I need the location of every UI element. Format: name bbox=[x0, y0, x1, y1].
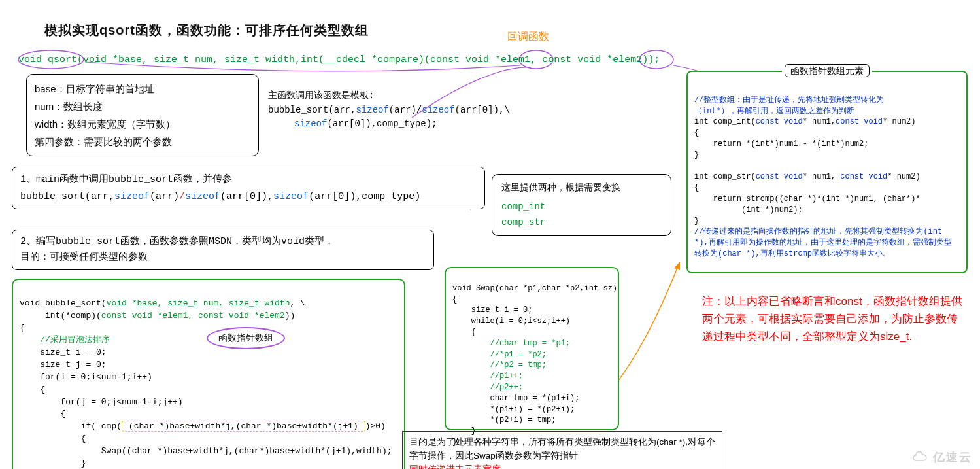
param-num: num：数组长度 bbox=[35, 97, 250, 115]
explain-l2: 同时传递进去元素宽度 bbox=[409, 463, 715, 469]
svg-marker-5 bbox=[674, 262, 680, 270]
step2-box: 2、编写bubble_sort函数，函数参数参照MSDN，类型均为void类型，… bbox=[12, 230, 434, 270]
fn-ptr-array-oval: 函数指针数组 bbox=[207, 327, 285, 349]
cloud-icon bbox=[911, 451, 929, 463]
swap-code: void Swap(char *p1,char *p2,int sz) { si… bbox=[452, 272, 611, 448]
template-call-l2: bubble_sort(arr,sizeof(arr)/sizeof(arr[0… bbox=[268, 103, 510, 118]
subtitle-note: 回调函数 bbox=[507, 30, 549, 44]
watermark: 亿速云 bbox=[911, 449, 972, 465]
step1-box: 1、main函数中调用bubble_sort函数，并传参 bubble_sort… bbox=[12, 167, 485, 209]
page-title: 模拟实现qsort函数，函数功能：可排序任何类型数组 bbox=[44, 22, 369, 39]
template-call-l3: sizeof(arr[0]),comp_type); bbox=[268, 117, 510, 131]
bubble-code: void bubble_sort(void *base, size_t num,… bbox=[20, 285, 397, 469]
comp-callout-l1: 这里提供两种，根据需要变换 bbox=[501, 180, 662, 196]
qsort-signature: void qsort(void *base, size_t num, size_… bbox=[18, 54, 660, 65]
explain-box: 目的是为了处理各种字符串，所有将所有类型强制类型转化为(char *),对每个字… bbox=[402, 431, 722, 469]
fn-ptr-elements-box: 函数指针数组元素 //整型数组：由于是址传递，先将地址强制类型转化为 （int*… bbox=[686, 71, 968, 273]
fn-ptr-code: //整型数组：由于是址传递，先将地址强制类型转化为 （int*），再解引用，返回… bbox=[694, 84, 960, 260]
step1-l1: 1、main函数中调用bubble_sort函数，并传参 bbox=[20, 171, 477, 188]
step2-l1: 2、编写bubble_sort函数，函数参数参照MSDN，类型均为void类型， bbox=[20, 234, 426, 250]
param-base: base：目标字符串的首地址 bbox=[35, 80, 250, 97]
swap-code-box: void Swap(char *p1,char *p2,int sz) { si… bbox=[445, 267, 619, 430]
step1-l2: bubble_sort(arr,sizeof(arr)/sizeof(arr[0… bbox=[20, 188, 477, 205]
step2-l2: 目的：可接受任何类型的参数 bbox=[20, 250, 426, 266]
comp-callout: 这里提供两种，根据需要变换 comp_int comp_str bbox=[492, 174, 671, 236]
fn-ptr-elements-title: 函数指针数组元素 bbox=[785, 64, 870, 77]
fn-ptr-array-label: 函数指针数组 bbox=[207, 327, 285, 349]
param-width: width：数组元素宽度（字节数） bbox=[35, 115, 250, 133]
bubble-sort-code-box: void bubble_sort(void *base, size_t num,… bbox=[12, 279, 405, 469]
red-note: 注：以上内容已省略断言和const，函数指针数组提供两个元素，可根据实际需要自己… bbox=[702, 292, 964, 346]
watermark-text: 亿速云 bbox=[933, 449, 972, 465]
param-desc-box: base：目标字符串的首地址 num：数组长度 width：数组元素宽度（字节数… bbox=[26, 74, 259, 156]
template-call: 主函数调用该函数是模板: bubble_sort(arr,sizeof(arr)… bbox=[268, 89, 510, 131]
comp-str-option: comp_str bbox=[501, 215, 662, 231]
param-fourth: 第四参数：需要比较的两个参数 bbox=[35, 133, 250, 150]
comp-int-option: comp_int bbox=[501, 200, 662, 215]
explain-l1: 目的是为了处理各种字符串，所有将所有类型强制类型转化为(char *),对每个字… bbox=[409, 436, 715, 463]
template-call-l1: 主函数调用该函数是模板: bbox=[268, 89, 510, 103]
